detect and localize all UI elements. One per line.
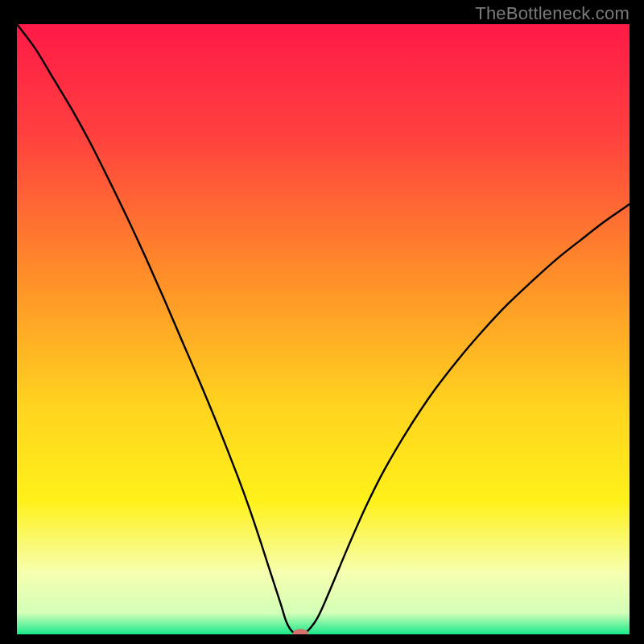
- watermark-text: TheBottleneck.com: [475, 3, 630, 24]
- gradient-background: [17, 24, 630, 634]
- plot-svg: [17, 24, 630, 634]
- bottleneck-plot: [17, 24, 630, 634]
- chart-frame: TheBottleneck.com: [0, 0, 644, 644]
